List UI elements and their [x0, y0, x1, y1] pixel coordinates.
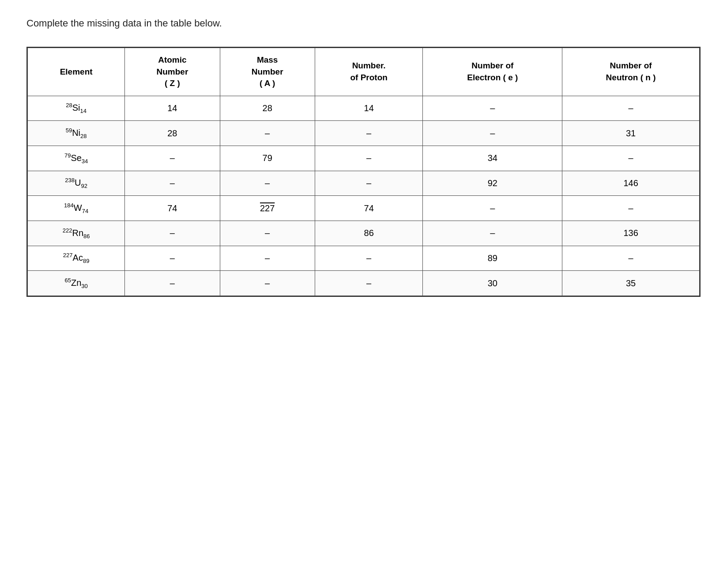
electrons-cell: 30	[423, 271, 562, 296]
neutrons-cell: –	[562, 196, 700, 221]
element-label: 65Zn30	[64, 278, 87, 288]
col-header-electrons: Number ofElectron ( e )	[423, 48, 562, 96]
neutrons-cell: 31	[562, 121, 700, 146]
protons-cell: –	[315, 271, 423, 296]
mass-number-cell: 28	[220, 96, 315, 121]
mass-number-cell: –	[220, 221, 315, 246]
mass-number-cell: –	[220, 121, 315, 146]
element-label: 184W74	[64, 203, 88, 213]
neutrons-cell: –	[562, 246, 700, 271]
protons-cell: –	[315, 246, 423, 271]
col-header-mass-number: MassNumber( A )	[220, 48, 315, 96]
element-label: 227Ac89	[63, 253, 90, 262]
element-cell: 28Si14	[28, 96, 125, 121]
element-label: 79Se34	[64, 153, 88, 163]
mass-number-cell: –	[220, 246, 315, 271]
element-label: 222Rn86	[63, 228, 90, 238]
col-header-atomic-number: AtomicNumber( Z )	[125, 48, 220, 96]
element-cell: 238U92	[28, 171, 125, 196]
protons-cell: –	[315, 171, 423, 196]
element-cell: 227Ac89	[28, 246, 125, 271]
table-row: 227Ac89–––89–	[28, 246, 700, 271]
table-row: 79Se34–79–34–	[28, 146, 700, 171]
table-row: 222Rn86––86–136	[28, 221, 700, 246]
table-row: 184W747422774––	[28, 196, 700, 221]
protons-cell: –	[315, 121, 423, 146]
mass-number-cell: 79	[220, 146, 315, 171]
electrons-cell: –	[423, 221, 562, 246]
element-cell: 79Se34	[28, 146, 125, 171]
atomic-number-cell: 74	[125, 196, 220, 221]
electrons-cell: –	[423, 96, 562, 121]
col-header-neutrons: Number ofNeutron ( n )	[562, 48, 700, 96]
protons-cell: –	[315, 146, 423, 171]
table-row: 28Si14142814––	[28, 96, 700, 121]
atomic-number-cell: –	[125, 146, 220, 171]
atomic-number-cell: –	[125, 271, 220, 296]
table-body: 28Si14142814––59Ni2828–––3179Se34–79–34–…	[28, 96, 700, 296]
col-header-protons: Number.of Proton	[315, 48, 423, 96]
table-row: 238U92–––92146	[28, 171, 700, 196]
col-header-element: Element	[28, 48, 125, 96]
element-cell: 65Zn30	[28, 271, 125, 296]
electrons-cell: 92	[423, 171, 562, 196]
electrons-cell: 34	[423, 146, 562, 171]
neutrons-cell: 146	[562, 171, 700, 196]
atomic-number-cell: –	[125, 221, 220, 246]
element-label: 59Ni28	[66, 128, 87, 138]
element-label: 28Si14	[66, 103, 87, 112]
protons-cell: 86	[315, 221, 423, 246]
mass-number-value: 227	[260, 203, 275, 213]
neutrons-cell: –	[562, 146, 700, 171]
instruction-text: Complete the missing data in the table b…	[26, 18, 701, 29]
mass-number-cell: –	[220, 271, 315, 296]
element-cell: 222Rn86	[28, 221, 125, 246]
table-header-row: Element AtomicNumber( Z ) MassNumber( A …	[28, 48, 700, 96]
atomic-number-cell: 14	[125, 96, 220, 121]
table-row: 59Ni2828–––31	[28, 121, 700, 146]
data-table-wrapper: Element AtomicNumber( Z ) MassNumber( A …	[26, 47, 701, 297]
atomic-number-cell: –	[125, 246, 220, 271]
mass-number-cell: 227	[220, 196, 315, 221]
element-label: 238U92	[65, 178, 87, 187]
neutrons-cell: –	[562, 96, 700, 121]
neutrons-cell: 35	[562, 271, 700, 296]
element-cell: 184W74	[28, 196, 125, 221]
element-cell: 59Ni28	[28, 121, 125, 146]
electrons-cell: 89	[423, 246, 562, 271]
atomic-number-cell: 28	[125, 121, 220, 146]
table-row: 65Zn30–––3035	[28, 271, 700, 296]
mass-number-cell: –	[220, 171, 315, 196]
protons-cell: 14	[315, 96, 423, 121]
electrons-cell: –	[423, 121, 562, 146]
atomic-number-cell: –	[125, 171, 220, 196]
protons-cell: 74	[315, 196, 423, 221]
elements-table: Element AtomicNumber( Z ) MassNumber( A …	[27, 48, 700, 296]
electrons-cell: –	[423, 196, 562, 221]
neutrons-cell: 136	[562, 221, 700, 246]
